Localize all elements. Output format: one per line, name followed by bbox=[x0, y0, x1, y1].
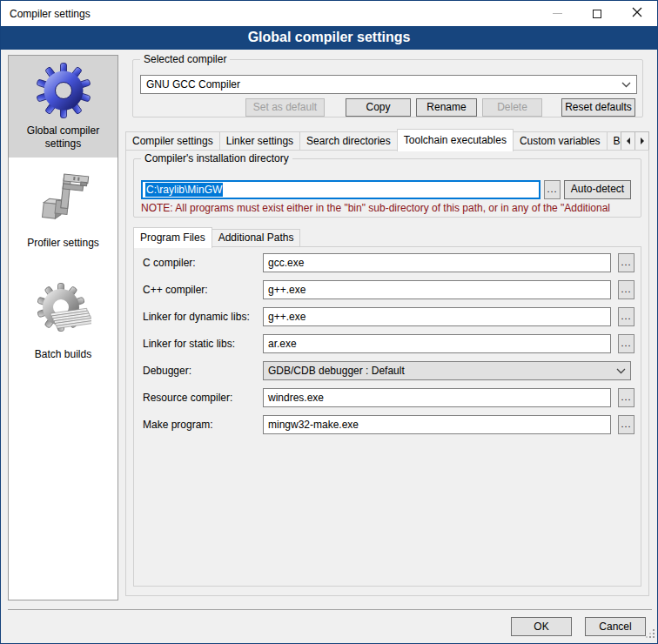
selected-path-text: C:\raylib\MinGW bbox=[145, 183, 223, 197]
set-as-default-button[interactable]: Set as default bbox=[245, 98, 325, 117]
chevron-down-icon bbox=[621, 82, 631, 88]
tab-toolchain-executables[interactable]: Toolchain executables bbox=[397, 129, 514, 151]
chevron-down-icon bbox=[616, 368, 626, 374]
settings-tabstrip: Compiler settings Linker settings Search… bbox=[125, 128, 649, 151]
maximize-icon bbox=[593, 10, 601, 18]
cpp-compiler-browse-button[interactable]: ... bbox=[618, 280, 634, 299]
minimize-button[interactable] bbox=[537, 1, 577, 26]
form-row-cpp-compiler: C++ compiler: g++.exe ... bbox=[134, 280, 641, 299]
auto-detect-button[interactable]: Auto-detect bbox=[564, 180, 631, 199]
debugger-select-value: GDB/CDB debugger : Default bbox=[268, 365, 405, 377]
cancel-button[interactable]: Cancel bbox=[585, 617, 646, 636]
c-compiler-input[interactable]: gcc.exe bbox=[263, 253, 611, 272]
tab-additional-paths[interactable]: Additional Paths bbox=[212, 229, 301, 247]
static-linker-browse-button[interactable]: ... bbox=[618, 334, 634, 353]
form-row-resource-compiler: Resource compiler: windres.exe ... bbox=[134, 388, 641, 407]
ok-button[interactable]: OK bbox=[511, 617, 572, 636]
field-label: C++ compiler: bbox=[143, 280, 263, 299]
tab-compiler-settings[interactable]: Compiler settings bbox=[125, 131, 220, 151]
tab-custom-variables[interactable]: Custom variables bbox=[513, 131, 608, 151]
field-label: Resource compiler: bbox=[143, 388, 263, 407]
arrow-left-icon bbox=[626, 138, 631, 144]
program-files-tabstrip: Program Files Additional Paths bbox=[133, 225, 641, 247]
close-button[interactable] bbox=[617, 1, 657, 26]
cpp-compiler-input[interactable]: g++.exe bbox=[263, 280, 611, 299]
tab-linker-settings[interactable]: Linker settings bbox=[219, 131, 300, 151]
sidebar-item-global-compiler-settings[interactable]: Global compiler settings bbox=[9, 56, 118, 158]
tab-scroll-arrows bbox=[621, 131, 649, 151]
window-title: Compiler settings bbox=[1, 8, 91, 20]
title-bar: Compiler settings bbox=[1, 1, 657, 26]
browse-directory-button[interactable]: ... bbox=[544, 180, 561, 199]
sidebar-item-label: Global compiler settings bbox=[12, 124, 114, 151]
field-label: Debugger: bbox=[143, 361, 263, 380]
group-legend: Selected compiler bbox=[140, 53, 230, 66]
dynamic-linker-input[interactable]: g++.exe bbox=[263, 307, 611, 326]
form-row-c-compiler: C compiler: gcc.exe ... bbox=[134, 253, 641, 272]
field-label: Make program: bbox=[143, 415, 263, 434]
tab-scroll-right-button[interactable] bbox=[634, 131, 649, 151]
c-compiler-browse-button[interactable]: ... bbox=[618, 253, 634, 272]
form-row-make-program: Make program: mingw32-make.exe ... bbox=[134, 415, 641, 434]
close-icon bbox=[632, 7, 642, 20]
group-legend: Compiler's installation directory bbox=[141, 152, 292, 165]
field-label: C compiler: bbox=[143, 253, 263, 272]
compiler-buttons-row: Set as default Copy Rename Delete Reset … bbox=[140, 98, 635, 117]
field-label: Linker for static libs: bbox=[143, 334, 263, 353]
field-label: Linker for dynamic libs: bbox=[143, 307, 263, 326]
toolchain-executables-panel: Compiler's installation directory C:\ray… bbox=[125, 150, 649, 596]
make-program-input[interactable]: mingw32-make.exe bbox=[263, 415, 611, 434]
footer-divider bbox=[8, 609, 652, 610]
delete-button[interactable]: Delete bbox=[482, 98, 542, 117]
sidebar-item-profiler-settings[interactable]: Profiler settings bbox=[9, 163, 118, 257]
rename-button[interactable]: Rename bbox=[416, 98, 477, 117]
bin-subdirectory-note: NOTE: All programs must exist either in … bbox=[141, 202, 639, 214]
copy-button[interactable]: Copy bbox=[346, 98, 411, 117]
form-row-debugger: Debugger: GDB/CDB debugger : Default bbox=[134, 361, 641, 380]
installation-directory-input[interactable]: C:\raylib\MinGW bbox=[141, 180, 540, 199]
gray-gear-stack-icon bbox=[12, 281, 114, 345]
static-linker-input[interactable]: ar.exe bbox=[263, 334, 611, 353]
program-files-panel: C compiler: gcc.exe ... C++ compiler: g+… bbox=[133, 246, 641, 587]
selected-compiler-group: Selected compiler GNU GCC Compiler Set a… bbox=[132, 59, 643, 117]
sidebar-item-label: Profiler settings bbox=[12, 237, 114, 250]
tab-search-directories[interactable]: Search directories bbox=[299, 131, 398, 151]
installation-directory-group: Compiler's installation directory C:\ray… bbox=[133, 158, 641, 218]
tab-scroll-left-button[interactable] bbox=[621, 131, 635, 151]
debugger-select[interactable]: GDB/CDB debugger : Default bbox=[263, 361, 631, 380]
page-title: Global compiler settings bbox=[1, 26, 657, 50]
compiler-select-value: GNU GCC Compiler bbox=[146, 78, 240, 91]
compiler-settings-dialog: Compiler settings Global compiler settin… bbox=[0, 0, 658, 644]
resource-compiler-input[interactable]: windres.exe bbox=[263, 388, 611, 407]
blue-gear-icon bbox=[12, 63, 114, 121]
minimize-icon bbox=[553, 13, 562, 14]
maximize-button[interactable] bbox=[577, 1, 617, 26]
resource-compiler-browse-button[interactable]: ... bbox=[618, 388, 634, 407]
sidebar-item-label: Batch builds bbox=[12, 348, 114, 361]
resize-grip[interactable] bbox=[646, 629, 655, 641]
make-program-browse-button[interactable]: ... bbox=[618, 415, 634, 434]
installation-directory-row: C:\raylib\MinGW ... Auto-detect bbox=[141, 180, 635, 199]
form-row-dynamic-linker: Linker for dynamic libs: g++.exe ... bbox=[134, 307, 641, 326]
form-row-static-linker: Linker for static libs: ar.exe ... bbox=[134, 334, 641, 353]
compiler-select[interactable]: GNU GCC Compiler bbox=[140, 75, 637, 94]
caliper-icon bbox=[12, 170, 114, 233]
tab-program-files[interactable]: Program Files bbox=[133, 227, 212, 248]
caption-buttons bbox=[537, 1, 657, 26]
dynamic-linker-browse-button[interactable]: ... bbox=[618, 307, 634, 326]
settings-sidebar: Global compiler settings bbox=[8, 55, 118, 600]
sidebar-item-batch-builds[interactable]: Batch builds bbox=[9, 274, 118, 368]
reset-defaults-button[interactable]: Reset defaults bbox=[561, 98, 635, 117]
arrow-right-icon bbox=[640, 138, 645, 144]
